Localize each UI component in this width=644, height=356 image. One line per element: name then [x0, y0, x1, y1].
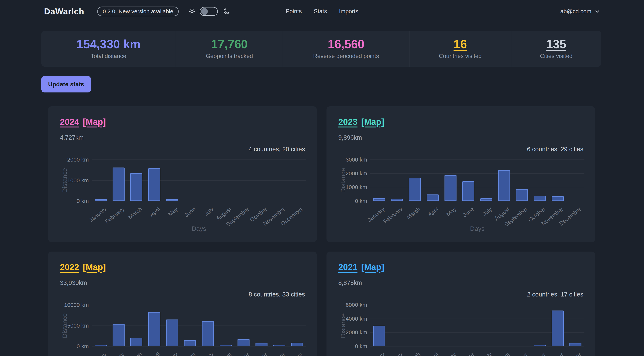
version-number: 0.2.0 [103, 8, 115, 14]
x-tick-label: May [445, 206, 458, 218]
cities-visited-link[interactable]: 135 [546, 38, 566, 50]
stat-label: Countries visited [439, 53, 482, 59]
app-logo[interactable]: DaWarIch [44, 6, 84, 16]
bar-july [480, 198, 492, 201]
sun-icon [188, 8, 196, 15]
x-tick-label: January [366, 351, 386, 356]
x-tick-label: June [462, 351, 475, 356]
bar-october [534, 196, 546, 201]
bar-may [166, 199, 178, 201]
bar-april [148, 168, 160, 201]
y-tick-label: 10000 km [51, 302, 89, 308]
theme-toggle-knob [201, 8, 208, 15]
theme-toggle[interactable] [200, 7, 218, 16]
y-axis-title: Distance [61, 168, 68, 193]
update-stats-button[interactable]: Update stats [42, 76, 91, 92]
bar-december [291, 343, 303, 346]
bar-february [391, 199, 403, 201]
stat-cities-visited: 135 Cities visited [511, 31, 601, 67]
year-card-2021: 2021 [Map] 8,875km 2 countries, 17 citie… [326, 252, 595, 356]
x-tick-label: March [406, 206, 422, 221]
x-axis-title: Days [92, 225, 306, 232]
bar-april [148, 312, 160, 346]
moon-icon [223, 8, 230, 15]
nav-points[interactable]: Points [286, 8, 302, 15]
chevron-down-icon [594, 8, 600, 14]
y-tick-label: 2000 km [51, 156, 89, 163]
year-card-2024: 2024 [Map] 4,727km 4 countries, 20 citie… [48, 106, 317, 242]
version-badge[interactable]: 0.2.0 New version available [97, 6, 179, 16]
bar-august [220, 345, 232, 346]
bar-january [95, 199, 107, 201]
bar-october [534, 345, 546, 346]
y-tick-label: 0 km [51, 343, 89, 350]
y-tick-label: 6000 km [330, 302, 367, 308]
bar-april [427, 194, 439, 201]
y-tick-label: 5000 km [51, 323, 89, 329]
x-tick-label: March [127, 351, 144, 356]
stat-geopoints-tracked: 17,760 Geopoints tracked [176, 31, 283, 67]
bar-october [256, 343, 268, 346]
y-tick-label: 3000 km [330, 156, 367, 163]
x-tick-label: February [382, 206, 404, 225]
x-axis-title: Days [370, 225, 584, 232]
y-tick-label: 4000 km [330, 316, 367, 322]
bar-september [516, 189, 528, 201]
version-message: New version available [118, 8, 173, 14]
x-tick-label: May [445, 351, 458, 356]
y-axis-title: Distance [340, 168, 347, 193]
gridline [370, 159, 584, 160]
x-tick-label: October [527, 351, 547, 356]
y-tick-label: 2000 km [330, 170, 367, 177]
year-card-2022: 2022 [Map] 33,930km 8 countries, 33 citi… [48, 252, 317, 356]
x-tick-label: April [148, 206, 161, 218]
bar-july [202, 321, 214, 346]
bar-march [409, 178, 421, 201]
x-tick-label: May [167, 351, 179, 356]
bar-chart-2021: 0 km2000 km4000 km6000 kmJanuaryFebruary… [326, 252, 595, 356]
bar-august [498, 170, 510, 201]
bar-november [552, 311, 564, 346]
year-cards-grid: 2024 [Map] 4,727km 4 countries, 20 citie… [48, 106, 595, 356]
gridline [92, 159, 306, 160]
bar-chart-2022: 0 km5000 km10000 kmJanuaryFebruaryMarchA… [48, 252, 317, 356]
x-tick-label: March [406, 351, 422, 356]
y-tick-label: 1000 km [330, 184, 367, 190]
bar-november [552, 196, 564, 201]
stat-label: Total distance [91, 53, 126, 59]
bar-march [130, 338, 142, 346]
x-tick-label: March [127, 206, 144, 221]
y-tick-label: 0 km [330, 343, 367, 350]
x-tick-label: August [215, 351, 233, 356]
bar-september [238, 339, 250, 346]
bar-november [273, 345, 285, 346]
stat-countries-visited: 16 Countries visited [409, 31, 511, 67]
x-tick-label: July [203, 351, 215, 356]
x-tick-label: April [148, 351, 161, 356]
x-tick-label: August [493, 351, 511, 356]
countries-visited-link[interactable]: 16 [454, 38, 467, 50]
x-tick-label: January [88, 351, 108, 356]
bar-june [462, 181, 474, 201]
stat-value: 154,330 km [76, 38, 141, 50]
y-tick-label: 0 km [330, 198, 367, 204]
x-tick-label: February [104, 206, 126, 225]
nav-stats[interactable]: Stats [314, 8, 327, 15]
y-tick-label: 2000 km [330, 329, 367, 336]
year-card-2023: 2023 [Map] 9,896km 6 countries, 29 citie… [326, 106, 595, 242]
user-email: ab@cd.com [560, 8, 591, 15]
bar-january [373, 198, 385, 201]
nav-imports[interactable]: Imports [339, 8, 358, 15]
stat-value: 17,760 [211, 38, 248, 50]
x-tick-label: April [427, 206, 440, 218]
bar-chart-2023: 0 km1000 km2000 km3000 kmJanuaryFebruary… [326, 106, 595, 242]
bar-february [112, 324, 124, 346]
y-axis-title: Distance [340, 313, 347, 338]
bar-may [166, 320, 178, 346]
x-tick-label: June [184, 351, 197, 356]
stat-label: Reverse geocoded points [313, 53, 379, 59]
bar-january [373, 326, 385, 347]
x-tick-label: May [167, 206, 179, 218]
x-tick-label: April [427, 351, 440, 356]
user-menu[interactable]: ab@cd.com [560, 0, 600, 23]
